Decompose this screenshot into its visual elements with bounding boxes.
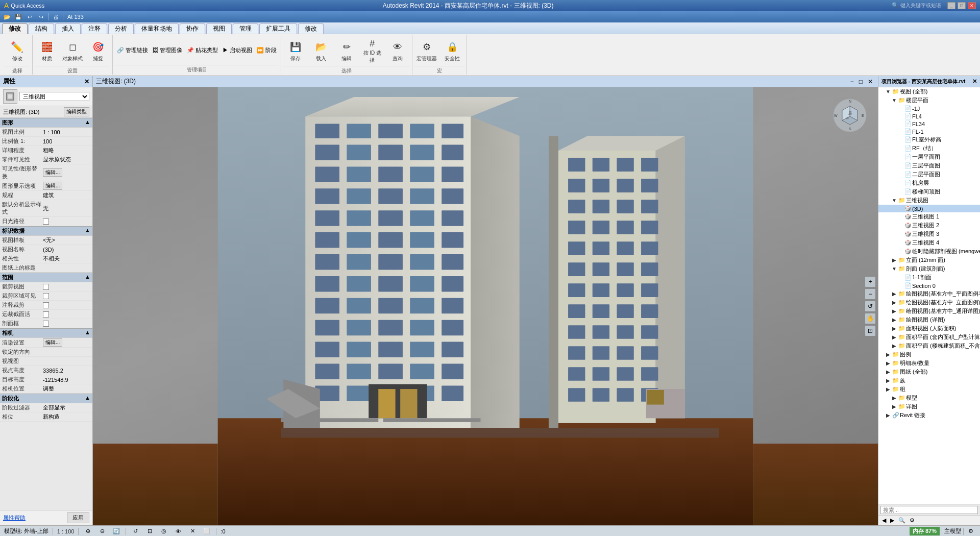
- window-controls[interactable]: 🔍 键入关键字或短语 _ □ ✕: [892, 2, 976, 9]
- prop-far-clip-check[interactable]: [43, 311, 49, 318]
- tree-3d-temp[interactable]: 🎲 临时隐藏部剖视图 (mengwei): [878, 247, 980, 256]
- tree-section[interactable]: ▼ 📁 剖面 (建筑剖面): [878, 264, 980, 273]
- edit-selection-btn[interactable]: ✏ 编辑: [334, 36, 359, 65]
- view-type-select[interactable]: 三维视图: [19, 92, 89, 101]
- section-extents[interactable]: 范围 ▲: [0, 273, 92, 282]
- prop-section-box-check[interactable]: [43, 321, 49, 327]
- prop-render-settings-btn[interactable]: 编辑...: [43, 338, 62, 347]
- tree-model-group[interactable]: ▶ 📁 模型: [878, 394, 980, 402]
- workset-btn[interactable]: 主模型: [944, 527, 961, 535]
- modify-btn[interactable]: ✏️ 修改: [5, 36, 30, 65]
- tree-toggle-dg[interactable]: ▶: [891, 404, 898, 409]
- tree-elevation[interactable]: ▶ 📁 立面 (12mm 面): [878, 256, 980, 264]
- hide-btn[interactable]: 👁: [173, 527, 183, 536]
- tree-floor-fl4[interactable]: 📄 FL4: [878, 112, 980, 120]
- properties-close-btn[interactable]: ✕: [84, 78, 89, 85]
- manage-images-btn[interactable]: 🖼 管理图像: [151, 45, 184, 55]
- zoom-in-status-btn[interactable]: ⊕: [83, 527, 93, 536]
- tree-toggle-a3[interactable]: ▶: [891, 343, 898, 349]
- tree-toggle-d2[interactable]: ▶: [891, 300, 898, 305]
- tree-floor-mech[interactable]: 📄 机房层: [878, 179, 980, 187]
- tree-3d-current[interactable]: 🎲 (3D): [878, 205, 980, 212]
- starting-view-btn[interactable]: ▶ 启动视图: [220, 45, 254, 55]
- browser-search-input[interactable]: [880, 506, 978, 514]
- manage-links-btn[interactable]: 🔗 管理链接: [115, 45, 150, 55]
- tab-insert[interactable]: 插入: [55, 23, 81, 34]
- tree-families[interactable]: ▶ 📁 族: [878, 376, 980, 385]
- tree-toggle-a2[interactable]: ▶: [891, 334, 898, 340]
- tab-extensions[interactable]: 扩展工具: [259, 23, 297, 34]
- tree-toggle-d3[interactable]: ▶: [891, 308, 898, 314]
- tree-floor-1f[interactable]: 📄 一层平面图: [878, 153, 980, 161]
- section-graphics[interactable]: 图形 ▲: [0, 118, 92, 128]
- tab-analyze[interactable]: 分析: [108, 23, 134, 34]
- tree-toggle-grp[interactable]: ▶: [885, 386, 892, 392]
- qa-undo-btn[interactable]: ↩: [24, 12, 35, 21]
- view-selection-btn[interactable]: 👁 查询: [385, 36, 410, 65]
- sync-btn[interactable]: 🔄: [111, 527, 121, 536]
- tree-toggle-leg[interactable]: ▶: [885, 352, 892, 357]
- tab-collaborate[interactable]: 协作: [180, 23, 205, 34]
- tree-toggle-sht[interactable]: ▶: [885, 369, 892, 375]
- qa-redo-btn[interactable]: ↪: [36, 12, 46, 21]
- viewport-close-btn[interactable]: ✕: [866, 78, 875, 85]
- tree-floor-fl-1[interactable]: 📄 FL-1: [878, 128, 980, 135]
- tree-toggle-mg[interactable]: ▶: [891, 395, 898, 401]
- tree-floor-3f[interactable]: 📄 三层平面图: [878, 161, 980, 170]
- tree-views-all[interactable]: ▼ 📁 视图 (全部): [878, 87, 980, 96]
- properties-help-link[interactable]: 属性帮助: [3, 514, 26, 522]
- view-cube[interactable]: 层 前 N S W E: [832, 98, 868, 133]
- tree-section-0[interactable]: 📄 Section 0: [878, 282, 980, 289]
- tab-massing[interactable]: 体量和场地: [135, 23, 179, 34]
- tree-area-2[interactable]: ▶ 📁 面积平面 (套内面积_户型计算): [878, 333, 980, 342]
- tab-modify[interactable]: 修改: [2, 23, 28, 34]
- tree-toggle-rl[interactable]: ▶: [885, 412, 892, 418]
- tree-toggle-sch[interactable]: ▶: [885, 360, 892, 366]
- select-by-id-btn[interactable]: # 按 ID 选择: [360, 36, 384, 65]
- tree-schedules[interactable]: ▶ 📁 明细表/数量: [878, 359, 980, 368]
- tree-floor-2f[interactable]: 📄 二层平面图: [878, 170, 980, 179]
- snapping-btn[interactable]: 🎯 捕捉: [86, 36, 110, 65]
- browser-collapse-btn[interactable]: ◀: [880, 517, 888, 524]
- tree-drafting-4[interactable]: ▶ 📁 绘图视图 (详图): [878, 315, 980, 324]
- building-view[interactable]: 层 前 N S W E + − ↺ ✋ ⊡: [93, 87, 878, 525]
- tree-drafting-1[interactable]: ▶ 📁 绘图视图(基准方中_平面图例与说明): [878, 289, 980, 298]
- section-box-status-btn[interactable]: ⊡: [144, 527, 155, 536]
- qa-save-btn[interactable]: 💾: [13, 12, 23, 21]
- browser-settings-btn[interactable]: ⚙: [908, 517, 916, 524]
- show-hidden-btn[interactable]: ⬜: [202, 527, 212, 536]
- tab-view[interactable]: 视图: [206, 23, 232, 34]
- tree-3d-4[interactable]: 🎲 三维视图 4: [878, 238, 980, 247]
- prop-crop-visible-check[interactable]: [43, 293, 49, 299]
- tree-sheets[interactable]: ▶ 📁 图纸 (全部): [878, 368, 980, 376]
- tree-3d-views[interactable]: ▼ 📁 三维视图: [878, 196, 980, 205]
- isolate-btn[interactable]: ◎: [159, 527, 169, 536]
- tree-toggle-fam[interactable]: ▶: [885, 378, 892, 383]
- security-btn[interactable]: 🔒 安全性: [440, 36, 464, 65]
- tree-floor-fl34[interactable]: 📄 FL34: [878, 120, 980, 128]
- 3d-viewport[interactable]: 三维视图: (3D) − □ ✕: [93, 76, 878, 525]
- viewport-maximize-btn[interactable]: □: [857, 78, 865, 85]
- zoom-out-status-btn[interactable]: ⊖: [97, 527, 107, 536]
- nav-orbit-btn[interactable]: ↺: [865, 301, 876, 312]
- tree-groups[interactable]: ▶ 📁 组: [878, 385, 980, 394]
- workset-settings-btn[interactable]: ⚙: [966, 527, 976, 536]
- save-selection-btn[interactable]: 💾 保存: [283, 36, 308, 65]
- qa-open-btn[interactable]: 📂: [2, 12, 12, 21]
- tree-toggle0[interactable]: ▼: [885, 89, 892, 94]
- tree-floor-1j[interactable]: 📄 -1J: [878, 105, 980, 112]
- prop-crop-view-check[interactable]: [43, 284, 49, 290]
- viewport-minimize-btn[interactable]: −: [848, 78, 856, 85]
- tree-toggle-elev[interactable]: ▶: [891, 257, 898, 263]
- tree-revit-links[interactable]: ▶ 🔗 Revit 链接: [878, 411, 980, 420]
- properties-apply-btn[interactable]: 应用: [67, 513, 89, 523]
- tree-toggle-d4[interactable]: ▶: [891, 317, 898, 323]
- tab-annotate[interactable]: 注释: [82, 23, 107, 34]
- tree-drafting-3[interactable]: ▶ 📁 绘图视图(基准方中_通用详图): [878, 307, 980, 315]
- object-style-btn[interactable]: ◻ 对象样式: [60, 36, 85, 65]
- browser-close-btn[interactable]: ✕: [972, 78, 977, 85]
- tree-toggle-sect[interactable]: ▼: [891, 266, 898, 272]
- tree-floor-stair[interactable]: 📄 楼梯间顶图: [878, 187, 980, 196]
- tree-3d-1[interactable]: 🎲 三维视图 1: [878, 212, 980, 221]
- rotate-btn[interactable]: ↺: [130, 527, 140, 536]
